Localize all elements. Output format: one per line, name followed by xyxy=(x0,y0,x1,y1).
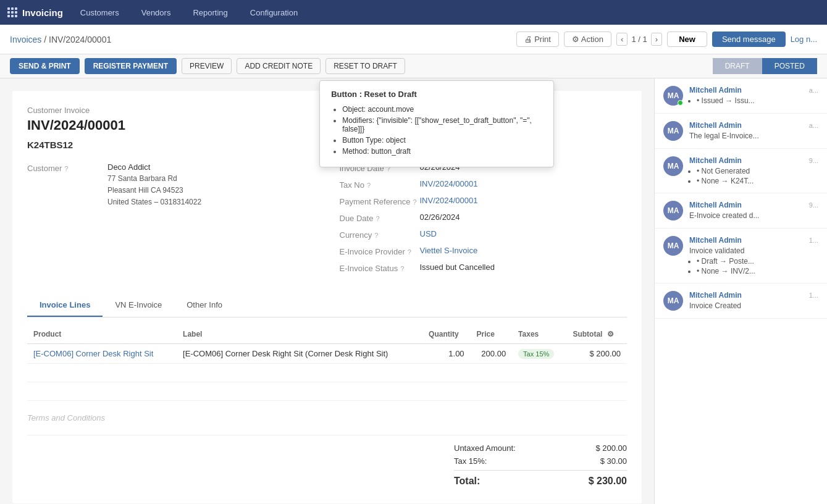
chat-name-4: Mitchell Admin xyxy=(689,236,742,245)
register-payment-button[interactable]: REGISTER PAYMENT xyxy=(85,58,177,74)
chat-header-0: Mitchell Admin a... xyxy=(689,86,818,94)
gear-icon: ⚙ xyxy=(572,35,579,44)
col-label: Label xyxy=(177,325,422,344)
col-quantity: Quantity xyxy=(422,325,471,344)
pagination-info: 1 / 1 xyxy=(631,35,647,44)
totals-section: Untaxed Amount: $ 200.00 Tax 15%: $ 30.0… xyxy=(27,435,627,489)
chat-time-0: a... xyxy=(809,86,818,94)
chat-title-4: Invoice validated xyxy=(689,246,818,255)
tooltip-modifiers: Modifiers: {"invisible": [["show_reset_t… xyxy=(342,116,542,133)
col-price: Price xyxy=(471,325,513,344)
action-button[interactable]: ⚙ Action xyxy=(564,32,611,47)
chat-name-1: Mitchell Admin xyxy=(689,121,742,130)
chat-name-2: Mitchell Admin xyxy=(689,156,742,165)
col-subtotal: Subtotal ⚙ xyxy=(566,325,627,344)
einvoice-provider-help-icon: ? xyxy=(408,248,411,256)
action-label: Action xyxy=(581,35,603,44)
row-quantity: 1.00 xyxy=(422,344,471,364)
row-product[interactable]: [E-COM06] Corner Desk Right Sit xyxy=(27,344,177,364)
chat-body-5: Mitchell Admin 1... Invoice Created xyxy=(689,291,818,311)
action-bar: SEND & PRINT REGISTER PAYMENT PREVIEW AD… xyxy=(0,54,827,78)
payment-ref-value[interactable]: INV/2024/00001 xyxy=(420,196,478,205)
col-product: Product xyxy=(27,325,177,344)
app-logo[interactable]: Invoicing xyxy=(7,7,63,18)
log-button[interactable]: Log n... xyxy=(791,35,817,44)
top-navigation: Invoicing Customers Vendors Reporting Co… xyxy=(0,0,827,25)
app-name[interactable]: Invoicing xyxy=(22,7,63,18)
prev-page-button[interactable]: ‹ xyxy=(616,33,628,46)
chat-content-1: The legal E-Invoice... xyxy=(689,132,818,140)
breadcrumb: Invoices / INV/2024/00001 xyxy=(10,35,111,44)
einvoice-status-row: E-Invoice Status ? Issued but Cancelled xyxy=(340,262,628,273)
avatar-0: MA xyxy=(663,86,683,106)
status-flow: DRAFT POSTED xyxy=(713,58,817,74)
chat-content-0: • Issued → Issu... xyxy=(689,96,818,105)
tooltip-object: Object: account.move xyxy=(342,105,542,114)
einvoice-provider-value[interactable]: Viettel S-Invoice xyxy=(420,246,478,255)
terms-label[interactable]: Terms and Conditions xyxy=(27,413,627,422)
row-subtotal: $ 200.00 xyxy=(566,344,627,364)
chat-time-3: 9... xyxy=(809,201,818,209)
tooltip-popup: Button : Reset to Draft Object: account.… xyxy=(319,80,554,167)
print-button[interactable]: 🖨 Print xyxy=(516,32,559,47)
chat-body-4: Mitchell Admin 1... Invoice validated • … xyxy=(689,236,818,275)
avatar-1: MA xyxy=(663,121,683,141)
nav-reporting[interactable]: Reporting xyxy=(188,6,232,20)
chat-header-1: Mitchell Admin a... xyxy=(689,121,818,130)
status-draft[interactable]: DRAFT xyxy=(713,58,762,74)
next-page-button[interactable]: › xyxy=(651,33,662,46)
nav-vendors[interactable]: Vendors xyxy=(136,6,176,20)
tab-vn-einvoice[interactable]: VN E-Invoice xyxy=(103,294,174,317)
print-icon: 🖨 xyxy=(524,35,532,44)
send-print-button[interactable]: SEND & PRINT xyxy=(10,58,80,74)
chat-body-3: Mitchell Admin 9... E-Invoice created d.… xyxy=(689,201,818,220)
new-button[interactable]: New xyxy=(667,32,707,47)
address-line2: Pleasant Hill CA 94523 xyxy=(107,185,201,196)
chat-time-4: 1... xyxy=(809,237,818,244)
tax-no-value[interactable]: INV/2024/00001 xyxy=(420,179,478,188)
due-date-label: Due Date ? xyxy=(340,212,420,223)
tooltip-object-value: account.move xyxy=(368,105,414,114)
tooltip-object-label: Object: xyxy=(342,105,366,114)
total-row: Total: $ 230.00 xyxy=(454,470,627,489)
einvoice-status-help-icon: ? xyxy=(400,265,404,272)
chat-time-2: 9... xyxy=(809,157,818,164)
customer-label: Customer ? xyxy=(27,162,107,173)
chat-header-4: Mitchell Admin 1... xyxy=(689,236,818,245)
breadcrumb-current: INV/2024/00001 xyxy=(49,35,111,44)
tooltip-title: Button : Reset to Draft xyxy=(331,90,542,99)
customer-name[interactable]: Deco Addict xyxy=(107,162,150,172)
status-posted[interactable]: POSTED xyxy=(762,58,817,74)
chat-msg-2-0: • Not Generated xyxy=(697,167,818,175)
form-right: Invoice Date ? 02/26/2024 Tax No ? INV/2… xyxy=(340,162,628,279)
reset-to-draft-button[interactable]: RESET TO DRAFT xyxy=(325,58,405,74)
avatar-3: MA xyxy=(663,201,683,220)
tab-invoice-lines[interactable]: Invoice Lines xyxy=(27,294,103,317)
invoice-table: Product Label Quantity Price Taxes xyxy=(27,325,627,401)
chat-header-2: Mitchell Admin 9... xyxy=(689,156,818,165)
sidebar-chat: MA Mitchell Admin a... • Issued → Issu..… xyxy=(654,78,827,504)
avatar-4: MA xyxy=(663,236,683,256)
chat-entry-3: MA Mitchell Admin 9... E-Invoice created… xyxy=(655,193,827,229)
chat-title-5: Invoice Created xyxy=(689,301,741,310)
currency-value[interactable]: USD xyxy=(420,229,437,238)
einvoice-provider-label: E-Invoice Provider ? xyxy=(340,246,420,256)
nav-configuration[interactable]: Configuration xyxy=(245,6,303,20)
nav-customers[interactable]: Customers xyxy=(75,6,124,20)
customer-field-row: Customer ? Deco Addict 77 Santa Barbara … xyxy=(27,162,315,209)
tab-other-info[interactable]: Other Info xyxy=(174,294,235,317)
send-message-button[interactable]: Send message xyxy=(712,32,786,47)
address-line3: United States – 0318314022 xyxy=(107,196,201,208)
tooltip-button-type: Button Type: object xyxy=(342,136,542,145)
breadcrumb-invoices[interactable]: Invoices xyxy=(10,35,41,44)
chat-name-5: Mitchell Admin xyxy=(689,291,742,300)
chat-body-0: Mitchell Admin a... • Issued → Issu... xyxy=(689,86,818,106)
tooltip-method: Method: button_draft xyxy=(342,147,542,156)
preview-button[interactable]: PREVIEW xyxy=(182,58,232,74)
col-subtotal-icon[interactable]: ⚙ xyxy=(607,330,614,338)
tax-row: Tax 15%: $ 30.00 xyxy=(454,455,627,468)
currency-label: Currency ? xyxy=(340,229,420,240)
einvoice-status-value: Issued but Cancelled xyxy=(420,262,495,272)
add-credit-note-button[interactable]: ADD CREDIT NOTE xyxy=(237,58,321,74)
currency-row: Currency ? USD xyxy=(340,229,628,240)
